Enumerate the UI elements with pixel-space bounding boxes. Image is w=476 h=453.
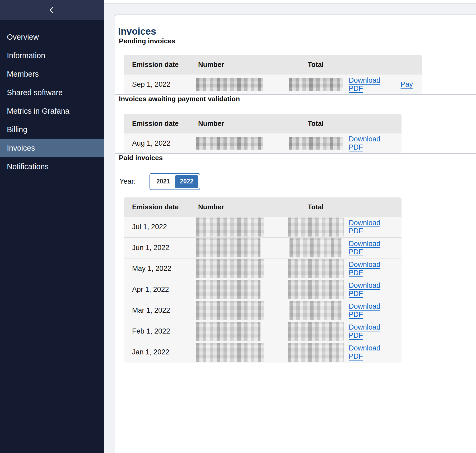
column-header-number: Number [198,61,283,69]
topbar [104,0,476,4]
paid-invoices-heading: Paid invoices [119,154,476,162]
column-header-total: Total [283,203,349,211]
redacted-invoice-total [289,137,343,150]
redacted-invoice-total [288,218,344,237]
awaiting-invoices-table: Emission dateNumberTotalAug 1, 2022Downl… [124,114,402,153]
emission-date-cell: Mar 1, 2022 [124,306,198,315]
redacted-invoice-number [196,259,264,278]
year-toggle: 20212022 [150,173,200,190]
row-actions: Download PDF [349,135,402,151]
redacted-invoice-number [196,218,264,237]
awaiting-validation-heading: Invoices awaiting payment validation [119,95,476,103]
redacted-invoice-number [196,78,263,91]
invoice-row: Jul 1, 2022Download PDF [124,217,402,237]
redacted-invoice-total [290,238,342,257]
download-pdf-link[interactable]: Download PDF [349,135,394,151]
download-pdf-link[interactable]: Download PDF [349,76,391,93]
invoice-row: Sep 1, 2022Download PDFPay [124,75,422,94]
emission-date-cell: Sep 1, 2022 [124,80,198,89]
year-option-2021[interactable]: 2021 [151,175,175,188]
row-actions: Download PDF [349,344,402,360]
page-title: Invoices [118,26,476,37]
emission-date-cell: Jun 1, 2022 [124,244,198,252]
sidebar-item-shared-software[interactable]: Shared software [0,83,104,102]
download-pdf-link[interactable]: Download PDF [349,323,394,340]
redacted-invoice-total [290,301,342,320]
sidebar-nav: OverviewInformationMembersShared softwar… [0,20,104,176]
sidebar-header [0,0,104,20]
redacted-invoice-total [288,280,344,299]
pay-link[interactable]: Pay [400,80,413,89]
row-actions: Download PDF [349,261,402,277]
table-header-row: Emission dateNumberTotal [124,197,402,217]
download-pdf-link[interactable]: Download PDF [349,219,394,235]
redacted-invoice-number [196,301,264,320]
table-header-row: Emission dateNumberTotal [124,55,422,75]
redacted-invoice-number [196,137,263,150]
sidebar-item-overview[interactable]: Overview [0,28,104,46]
column-header-number: Number [198,119,283,128]
row-actions: Download PDF [349,240,402,256]
emission-date-cell: Apr 1, 2022 [124,285,198,294]
invoice-row: Feb 1, 2022Download PDF [124,321,402,342]
row-actions: Download PDF [349,219,402,235]
row-actions: Download PDF [349,302,402,319]
chevron-left-icon [48,6,55,14]
sidebar-item-members[interactable]: Members [0,65,104,83]
row-actions: Download PDFPay [349,76,422,93]
sidebar-item-information[interactable]: Information [0,46,104,65]
sidebar-collapse-button[interactable] [45,4,58,16]
invoice-row: May 1, 2022Download PDF [124,258,402,279]
column-header-number: Number [198,203,283,211]
paid-invoices-table: Emission dateNumberTotalJul 1, 2022Downl… [124,197,402,363]
sidebar-item-notifications[interactable]: Notifications [0,157,104,176]
download-pdf-link[interactable]: Download PDF [349,302,394,319]
emission-date-cell: Jan 1, 2022 [124,348,198,356]
invoice-row: Aug 1, 2022Download PDF [124,133,402,153]
redacted-invoice-number [196,280,260,299]
sidebar: OverviewInformationMembersShared softwar… [0,0,104,453]
column-header-total: Total [283,119,349,128]
year-filter-row: Year: 20212022 [119,173,476,190]
row-actions: Download PDF [349,323,402,340]
pending-invoices-table: Emission dateNumberTotalSep 1, 2022Downl… [124,55,422,94]
emission-date-cell: Jul 1, 2022 [124,223,198,231]
redacted-invoice-number [196,322,260,341]
main-area: Invoices Pending invoices Emission dateN… [104,0,476,453]
invoices-card: Invoices Pending invoices Emission dateN… [115,15,476,453]
year-option-2022[interactable]: 2022 [175,175,198,188]
redacted-invoice-total [288,322,344,341]
sidebar-item-invoices[interactable]: Invoices [0,139,104,157]
download-pdf-link[interactable]: Download PDF [349,344,394,360]
download-pdf-link[interactable]: Download PDF [349,240,394,256]
redacted-invoice-total [288,259,344,278]
pending-invoices-heading: Pending invoices [119,37,476,45]
column-header-emission-date: Emission date [124,61,198,69]
year-label: Year: [119,177,136,186]
redacted-invoice-total [289,78,343,91]
invoice-row: Jan 1, 2022Download PDF [124,342,402,363]
emission-date-cell: Aug 1, 2022 [124,139,198,147]
column-header-emission-date: Emission date [124,203,198,211]
download-pdf-link[interactable]: Download PDF [349,281,394,298]
redacted-invoice-number [196,343,264,362]
emission-date-cell: May 1, 2022 [124,265,198,273]
redacted-invoice-total [288,343,344,362]
table-header-row: Emission dateNumberTotal [124,114,402,133]
column-header-total: Total [283,61,349,69]
redacted-invoice-number [196,238,260,257]
column-header-emission-date: Emission date [124,119,198,128]
invoice-row: Apr 1, 2022Download PDF [124,279,402,300]
sidebar-item-metrics-in-grafana[interactable]: Metrics in Grafana [0,102,104,120]
row-actions: Download PDF [349,281,402,298]
emission-date-cell: Feb 1, 2022 [124,327,198,335]
invoice-row: Jun 1, 2022Download PDF [124,237,402,258]
sidebar-item-billing[interactable]: Billing [0,120,104,139]
download-pdf-link[interactable]: Download PDF [349,261,394,277]
invoice-row: Mar 1, 2022Download PDF [124,300,402,321]
